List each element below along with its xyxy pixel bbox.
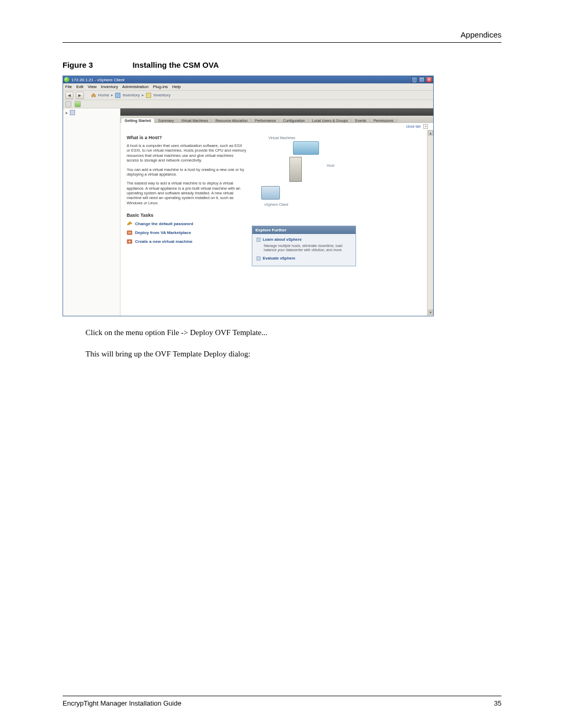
gs-paragraph-3: The easiest way to add a virtual machine… xyxy=(127,181,247,205)
tab-getting-started[interactable]: Getting Started xyxy=(121,118,155,123)
vertical-scrollbar[interactable]: ▴ ▾ xyxy=(427,130,433,316)
vsphere-client-window: 172.20.1.21 - vSphere Client _ □ × File … xyxy=(63,76,434,316)
inventory-icon-2 xyxy=(146,93,151,98)
task-create-vm[interactable]: Create a new virtual machine xyxy=(127,239,247,244)
tab-permissions[interactable]: Permissions xyxy=(371,118,397,123)
gs-heading: What is a Host? xyxy=(127,135,247,140)
basic-tasks-heading: Basic Tasks xyxy=(127,213,247,218)
host-icon xyxy=(70,110,75,115)
explore-further-heading: Explore Further xyxy=(252,226,356,234)
menu-bar: File Edit View Inventory Administration … xyxy=(63,83,433,91)
close-tab-x-icon[interactable]: × xyxy=(423,124,428,129)
breadcrumb-sep-icon-2: ▸ xyxy=(142,93,144,97)
doc-icon-2 xyxy=(256,256,261,261)
header-rule xyxy=(63,42,501,43)
tree-toggle-icon[interactable]: ▸ xyxy=(65,110,69,115)
breadcrumb-inventory-1[interactable]: Inventory xyxy=(123,93,140,97)
secondary-toolbar xyxy=(63,100,433,108)
diagram-vm-box xyxy=(293,141,319,155)
object-header-bar xyxy=(120,108,433,116)
toolbar-icon-1[interactable] xyxy=(65,101,71,107)
tab-configuration[interactable]: Configuration xyxy=(280,118,309,123)
inventory-icon xyxy=(115,93,120,98)
footer-page-number: 35 xyxy=(494,699,501,707)
diagram-host-label: Host xyxy=(327,164,334,167)
tab-row: Getting Started Summary Virtual Machines… xyxy=(120,116,433,123)
page-footer: EncrypTight Manager Installation Guide 3… xyxy=(63,696,501,707)
task-change-password[interactable]: Change the default password xyxy=(127,221,247,227)
close-tab-link[interactable]: close tab xyxy=(406,125,421,128)
menu-administration[interactable]: Administration xyxy=(122,84,149,89)
maximize-button[interactable]: □ xyxy=(419,77,425,83)
tab-summary[interactable]: Summary xyxy=(155,118,178,123)
diagram-client-monitor xyxy=(261,186,280,200)
explore-learn-vsphere-sub: Manage multiple hosts, eliminate downtim… xyxy=(264,244,351,253)
diagram-server-box xyxy=(289,157,302,182)
close-button[interactable]: × xyxy=(426,77,432,83)
arrow-left-icon: ◄ xyxy=(67,93,72,98)
menu-edit[interactable]: Edit xyxy=(76,84,83,89)
getting-started-body: What is a Host? A host is a computer tha… xyxy=(120,130,433,316)
minimize-button[interactable]: _ xyxy=(411,77,418,83)
content-area: ▸ Getting Started Summary Virtual Machin… xyxy=(63,108,433,316)
nav-back-button[interactable]: ◄ xyxy=(65,92,74,99)
task-create-vm-label: Create a new virtual machine xyxy=(135,239,192,244)
instruction-paragraph-1: Click on the menu option File -> Deploy … xyxy=(85,327,501,339)
inventory-tree-panel: ▸ xyxy=(63,108,120,316)
window-titlebar: 172.20.1.21 - vSphere Client _ □ × xyxy=(63,76,433,83)
main-panel: Getting Started Summary Virtual Machines… xyxy=(120,108,433,316)
host-diagram: Virtual Machines Host vSphere Client xyxy=(254,135,353,208)
doc-icon xyxy=(256,238,261,242)
scroll-up-icon[interactable]: ▴ xyxy=(428,130,433,135)
breadcrumb-home[interactable]: Home xyxy=(98,93,109,97)
explore-learn-vsphere-label: Learn about vSphere xyxy=(263,237,302,242)
close-tab-row: close tab × xyxy=(120,123,433,130)
footer-title: EncrypTight Manager Installation Guide xyxy=(63,699,181,707)
svg-rect-1 xyxy=(128,232,131,234)
figure-caption: Figure 3 Installing the CSM OVA xyxy=(63,60,501,69)
gs-paragraph-1: A host is a computer that uses virtualiz… xyxy=(127,143,247,163)
deploy-icon xyxy=(127,230,132,236)
window-title: 172.20.1.21 - vSphere Client xyxy=(71,78,125,82)
body-text-block: Click on the menu option File -> Deploy … xyxy=(85,327,501,360)
tab-virtual-machines[interactable]: Virtual Machines xyxy=(178,118,212,123)
home-icon[interactable] xyxy=(91,93,96,97)
new-vm-icon xyxy=(127,239,132,244)
diagram-vm-label: Virtual Machines xyxy=(268,136,296,140)
task-deploy-marketplace-label: Deploy from VA Marketplace xyxy=(135,230,191,235)
breadcrumb-sep-icon: ▸ xyxy=(111,93,113,97)
explore-evaluate-vsphere-label: Evaluate vSphere xyxy=(263,256,296,261)
menu-file[interactable]: File xyxy=(65,84,72,89)
menu-plugins[interactable]: Plug-ins xyxy=(153,84,168,89)
menu-view[interactable]: View xyxy=(88,84,96,89)
key-icon xyxy=(127,221,132,227)
arrow-right-icon: ► xyxy=(78,93,82,98)
task-change-password-label: Change the default password xyxy=(135,221,193,226)
task-deploy-marketplace[interactable]: Deploy from VA Marketplace xyxy=(127,230,247,236)
explore-learn-vsphere[interactable]: Learn about vSphere xyxy=(256,237,351,242)
getting-started-text-column: What is a Host? A host is a computer tha… xyxy=(127,135,247,311)
page-header: Appendices xyxy=(63,30,501,39)
nav-forward-button[interactable]: ► xyxy=(76,92,84,99)
vsphere-icon xyxy=(64,77,69,82)
explore-evaluate-vsphere[interactable]: Evaluate vSphere xyxy=(256,256,351,261)
tab-events[interactable]: Events xyxy=(352,118,370,123)
scroll-down-icon[interactable]: ▾ xyxy=(428,310,433,315)
getting-started-right-column: Virtual Machines Host vSphere Client Exp… xyxy=(252,135,427,311)
tab-resource-allocation[interactable]: Resource Allocation xyxy=(212,118,251,123)
navigation-toolbar: ◄ ► Home ▸ Inventory ▸ Inventory xyxy=(63,91,433,100)
breadcrumb: Home ▸ Inventory ▸ Inventory xyxy=(86,93,170,98)
toolbar-icon-2[interactable] xyxy=(75,101,81,107)
menu-inventory[interactable]: Inventory xyxy=(101,84,118,89)
figure-number: Figure 3 xyxy=(63,60,130,69)
breadcrumb-inventory-2[interactable]: Inventory xyxy=(153,93,170,97)
tab-performance[interactable]: Performance xyxy=(252,118,279,123)
explore-further-box: Explore Further Learn about vSphere Mana… xyxy=(252,226,356,266)
figure-title: Installing the CSM OVA xyxy=(132,60,219,69)
diagram-client-label: vSphere Client xyxy=(264,203,288,206)
tree-root-item[interactable]: ▸ xyxy=(65,110,118,115)
instruction-paragraph-2: This will bring up the OVF Template Depl… xyxy=(85,348,501,360)
tab-local-users-groups[interactable]: Local Users & Groups xyxy=(309,118,351,123)
menu-help[interactable]: Help xyxy=(172,84,180,89)
gs-paragraph-2: You can add a virtual machine to a host … xyxy=(127,167,247,177)
